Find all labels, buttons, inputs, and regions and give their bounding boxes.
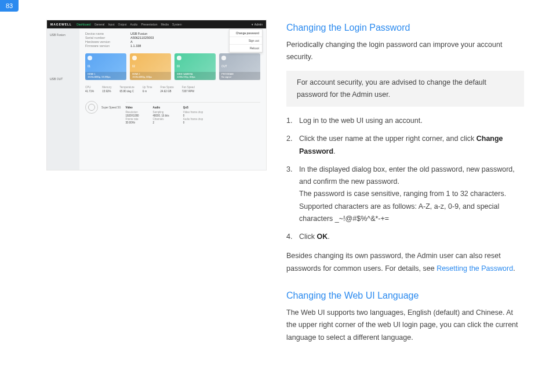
section2-body: The Web UI supports two languages, Engli… — [286, 307, 524, 344]
reset-password-link[interactable]: Resetting the Password — [436, 264, 513, 273]
mock-user: ▾ Admin — [252, 23, 263, 26]
section1-intro: Periodically changing the login password… — [286, 39, 524, 64]
section1-title: Changing the Login Password — [286, 20, 524, 35]
screenshot-mock: MAGEWELL Dashboard General Input Output … — [46, 20, 267, 170]
mock-side-usb-fusion: USB Fusion — [50, 33, 77, 37]
mock-dropdown: Change password Sign out Reboot — [229, 29, 263, 53]
mock-nav: Dashboard General Input Output Audio Pre… — [77, 23, 182, 26]
section2-title: Changing the Web UI Language — [286, 288, 524, 303]
steps-list: Log in to the web UI using an account. C… — [286, 115, 524, 243]
page-number: 83 — [0, 0, 19, 12]
note-box: For account security, you are advised to… — [286, 71, 524, 107]
mock-brand: MAGEWELL — [50, 23, 72, 26]
mock-side-usb-out: USB OUT — [50, 77, 77, 81]
section1-outro: Besides changing its own password, the A… — [286, 250, 524, 275]
usb-circle-icon — [85, 101, 98, 114]
step-1: Log in to the web UI using an account. — [286, 115, 524, 127]
step-4: Click OK. — [286, 231, 524, 243]
step-3: In the displayed dialog box, enter the o… — [286, 164, 524, 225]
step-2: Click the user name at the upper right c… — [286, 133, 524, 158]
